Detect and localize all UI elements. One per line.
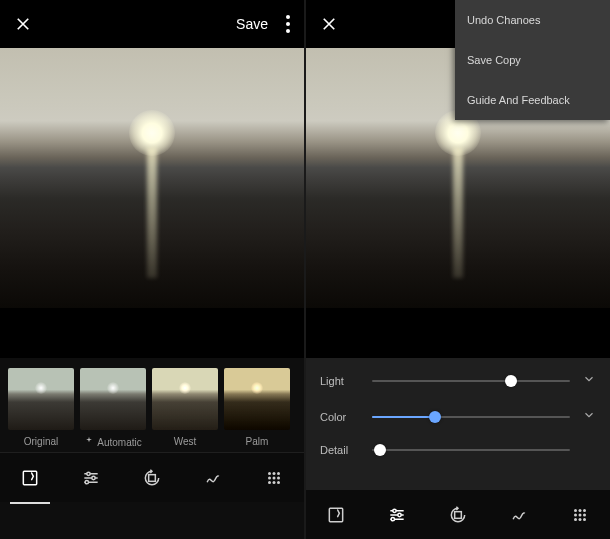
svg-point-24 [583, 509, 586, 512]
svg-point-9 [272, 472, 275, 475]
svg-point-14 [268, 481, 271, 484]
filters-panel: Original Automatic West Palm [0, 358, 304, 539]
svg-point-19 [398, 513, 401, 516]
svg-point-4 [87, 472, 90, 475]
tool-markup-icon[interactable] [199, 464, 227, 492]
svg-point-25 [574, 513, 577, 516]
light-slider[interactable] [372, 380, 570, 382]
editor-screen-adjust: Undo Chanoes Save Copy Guide And Feedbac… [306, 0, 610, 539]
close-icon[interactable] [320, 15, 338, 33]
svg-rect-17 [330, 508, 343, 521]
top-bar: Save [0, 0, 304, 48]
svg-point-8 [268, 472, 271, 475]
svg-point-18 [393, 509, 396, 512]
adjust-light-label: Light [320, 375, 368, 387]
svg-point-29 [578, 518, 581, 521]
svg-point-23 [578, 509, 581, 512]
tool-crop-rotate-icon[interactable] [444, 501, 472, 529]
svg-point-27 [583, 513, 586, 516]
menu-save-copy[interactable]: Save Copy [455, 40, 610, 80]
filter-west[interactable]: West [152, 368, 218, 448]
tool-adjust-icon[interactable] [77, 464, 105, 492]
svg-point-5 [92, 476, 95, 479]
tool-crop-rotate-icon[interactable] [138, 464, 166, 492]
adjust-detail-label: Detail [320, 444, 368, 456]
tool-more-icon[interactable] [566, 501, 594, 529]
filter-palm[interactable]: Palm [224, 368, 290, 448]
tools-row [306, 489, 610, 539]
save-button[interactable]: Save [236, 16, 268, 32]
svg-point-2 [286, 29, 290, 33]
svg-point-10 [277, 472, 280, 475]
tool-filters-icon[interactable] [16, 464, 44, 492]
filters-row[interactable]: Original Automatic West Palm [0, 358, 304, 452]
svg-point-13 [277, 476, 280, 479]
filter-automatic[interactable]: Automatic [80, 368, 146, 448]
svg-rect-7 [149, 474, 156, 481]
svg-point-6 [85, 480, 88, 483]
svg-point-1 [286, 22, 290, 26]
photo-preview [0, 48, 304, 358]
filter-original[interactable]: Original [8, 368, 74, 448]
tool-filters-icon[interactable] [322, 501, 350, 529]
tool-more-icon[interactable] [260, 464, 288, 492]
svg-point-22 [574, 509, 577, 512]
svg-point-16 [277, 481, 280, 484]
adjust-light-row: Light [320, 372, 604, 390]
editor-screen-filters: Save Original Automatic [0, 0, 304, 539]
tool-markup-icon[interactable] [505, 501, 533, 529]
svg-rect-3 [24, 471, 37, 484]
svg-point-15 [272, 481, 275, 484]
svg-point-28 [574, 518, 577, 521]
chevron-down-icon[interactable] [574, 372, 604, 390]
menu-undo-changes[interactable]: Undo Chanoes [455, 0, 610, 40]
adjust-panel: Light Color Detail [306, 358, 610, 489]
color-slider[interactable] [372, 416, 570, 418]
svg-point-0 [286, 15, 290, 19]
svg-rect-21 [455, 511, 462, 518]
svg-point-20 [391, 517, 394, 520]
svg-point-26 [578, 513, 581, 516]
more-icon[interactable] [286, 15, 290, 33]
svg-point-12 [272, 476, 275, 479]
svg-point-11 [268, 476, 271, 479]
overflow-menu: Undo Chanoes Save Copy Guide And Feedbac… [455, 0, 610, 120]
menu-guide-feedback[interactable]: Guide And Feedback [455, 80, 610, 120]
adjust-color-row: Color [320, 408, 604, 426]
auto-sparkle-icon [84, 436, 94, 448]
svg-point-30 [583, 518, 586, 521]
adjust-color-label: Color [320, 411, 368, 423]
chevron-down-icon[interactable] [574, 408, 604, 426]
close-icon[interactable] [14, 15, 32, 33]
tools-row [0, 452, 304, 502]
tool-adjust-icon[interactable] [383, 501, 411, 529]
detail-slider[interactable] [372, 449, 570, 451]
adjust-detail-row: Detail [320, 444, 604, 456]
